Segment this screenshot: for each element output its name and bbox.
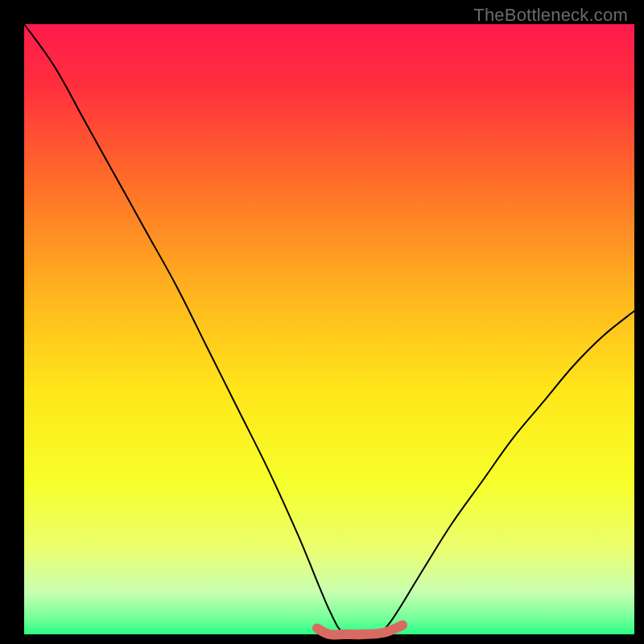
plot-background (24, 24, 634, 634)
bottleneck-chart (0, 0, 644, 644)
chart-frame: TheBottleneck.com (0, 0, 644, 644)
watermark-text: TheBottleneck.com (473, 5, 628, 26)
